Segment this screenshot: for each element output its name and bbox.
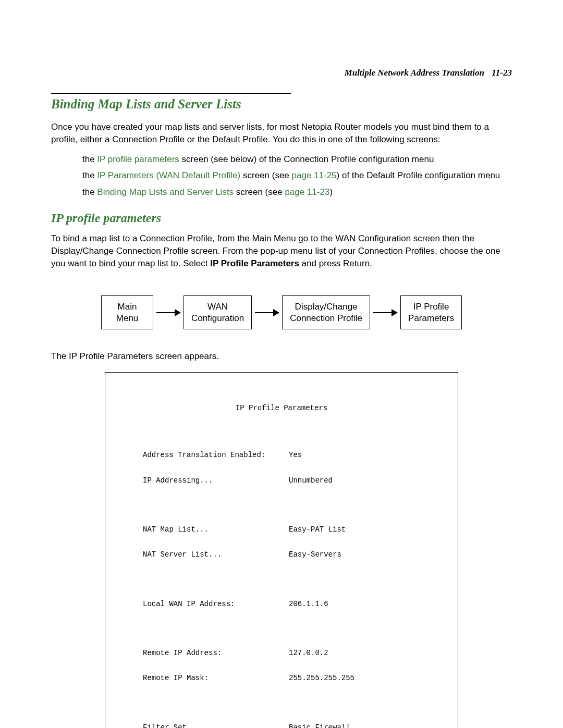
terminal-value: Yes	[289, 451, 448, 459]
terminal-value: Unnumbered	[289, 476, 448, 485]
after-flow-para: The IP Profile Parameters screen appears…	[51, 350, 512, 363]
terminal-value: Easy-PAT List	[289, 525, 448, 534]
terminal-value: 206.1.1.6	[289, 600, 448, 608]
page-number: 11-23	[492, 68, 512, 78]
text: the	[82, 170, 97, 180]
terminal-row: NAT Map List...Easy-PAT List	[115, 525, 448, 534]
terminal-label: Address Translation Enabled:	[115, 451, 289, 459]
terminal-label: Filter Set...	[115, 723, 289, 728]
terminal-wrap: IP Profile Parameters Address Translatio…	[51, 372, 512, 728]
link-binding-map-lists[interactable]: Binding Map Lists and Server Lists	[97, 187, 234, 197]
spacer	[115, 625, 448, 632]
bullet-list: the IP profile parameters screen (see be…	[51, 153, 512, 199]
flow-box-main-menu: Main Menu	[101, 295, 153, 329]
running-header: Multiple Network Address Translation 11-…	[51, 68, 512, 78]
link-ip-profile-parameters[interactable]: IP profile parameters	[97, 154, 179, 164]
section-heading-binding: Binding Map Lists and Server Lists	[51, 97, 512, 112]
spacer	[115, 576, 448, 583]
terminal-value: Easy-Servers	[289, 550, 448, 559]
bullet-item: the Binding Map Lists and Server Lists s…	[82, 186, 512, 199]
link-page-11-23[interactable]: page 11-23	[285, 187, 329, 197]
page: Multiple Network Address Translation 11-…	[0, 0, 563, 728]
terminal-screen: IP Profile Parameters Address Translatio…	[105, 372, 458, 728]
terminal-row: NAT Server List...Easy-Servers	[115, 550, 448, 559]
section-heading-ip-profile: IP profile parameters	[51, 211, 512, 225]
arrow-icon	[156, 312, 180, 313]
terminal-label: IP Addressing...	[115, 476, 289, 485]
terminal-label: NAT Server List...	[115, 550, 289, 559]
spacer	[115, 501, 448, 509]
text: screen (see below) of the Connection Pro…	[179, 154, 434, 164]
terminal-row: Filter Set...Basic Firewall	[115, 723, 448, 728]
terminal-row: Address Translation Enabled:Yes	[115, 451, 448, 459]
terminal-row: Remote IP Mask:255.255.255.255	[115, 674, 448, 682]
text: and press Return.	[299, 258, 372, 268]
terminal-value: 127.0.0.2	[289, 649, 448, 657]
link-page-11-25[interactable]: page 11-25	[292, 170, 337, 180]
text: screen (see	[240, 170, 291, 180]
flow-diagram: Main Menu WAN Configuration Display/Chan…	[51, 295, 512, 329]
flow-box-wan-config: WAN Configuration	[183, 295, 252, 329]
text: the	[82, 154, 97, 164]
arrow-icon	[373, 312, 397, 313]
terminal-label: NAT Map List...	[115, 525, 289, 534]
section1-para: Once you have created your map lists and…	[51, 121, 512, 146]
link-ip-parameters-wan[interactable]: IP Parameters (WAN Default Profile)	[97, 170, 240, 180]
terminal-row: IP Addressing...Unnumbered	[115, 476, 448, 485]
bullet-item: the IP profile parameters screen (see be…	[82, 153, 512, 166]
terminal-label: Local WAN IP Address:	[115, 600, 289, 608]
terminal-row: Remote IP Address:127.0.0.2	[115, 649, 448, 657]
text: ) of the Default Profile configuration m…	[337, 170, 500, 180]
terminal-value: Basic Firewall	[289, 723, 448, 728]
text: )	[329, 187, 333, 197]
flow-box-display-change: Display/Change Connection Profile	[282, 295, 370, 329]
bullet-item: the IP Parameters (WAN Default Profile) …	[82, 169, 512, 182]
terminal-value: 255.255.255.255	[289, 674, 448, 682]
spacer	[115, 699, 448, 707]
running-title: Multiple Network Address Translation	[345, 68, 484, 78]
arrow-icon	[255, 312, 279, 313]
bold-text: IP Profile Parameters	[210, 258, 299, 268]
text: the	[82, 187, 97, 197]
flow-box-ip-profile: IP Profile Parameters	[400, 295, 462, 329]
text: screen (see	[234, 187, 285, 197]
terminal-label: Remote IP Address:	[115, 649, 289, 657]
terminal-row: Local WAN IP Address:206.1.1.6	[115, 600, 448, 608]
section-rule	[51, 93, 291, 94]
terminal-title: IP Profile Parameters	[115, 404, 448, 412]
terminal-label: Remote IP Mask:	[115, 674, 289, 682]
section2-para: To bind a map list to a Connection Profi…	[51, 232, 512, 269]
